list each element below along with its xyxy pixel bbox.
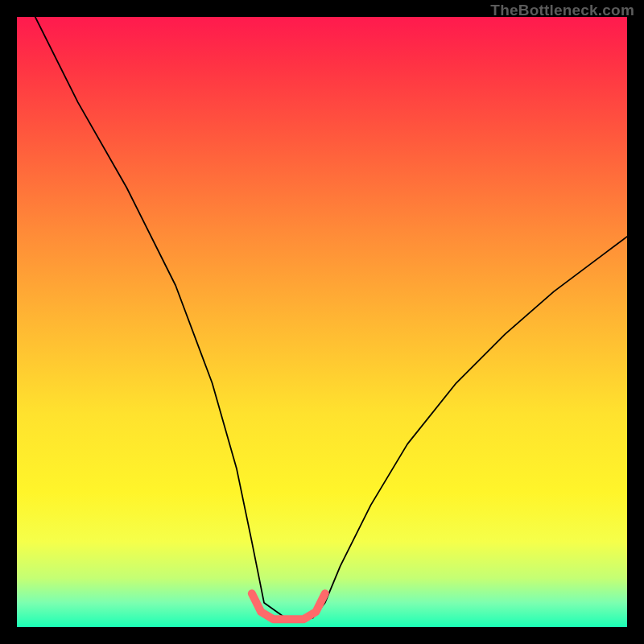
- plot-area: [17, 17, 627, 627]
- watermark-text: TheBottleneck.com: [490, 2, 634, 19]
- outer-frame: TheBottleneck.com: [0, 0, 644, 644]
- chart-svg: [17, 17, 627, 627]
- bottleneck-curve: [35, 17, 627, 618]
